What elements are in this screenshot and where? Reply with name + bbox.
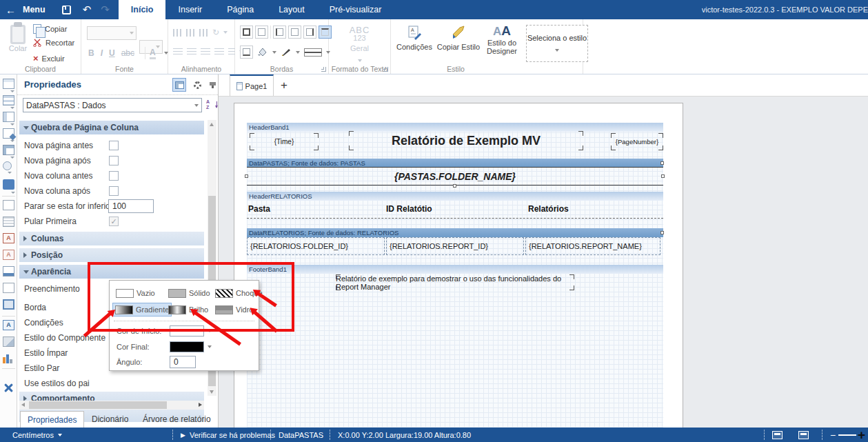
tab-layout[interactable]: Layout [266,0,317,19]
text-align-left-icon[interactable] [173,48,183,55]
zoom-in-button[interactable]: + [858,428,865,442]
chevron-down-icon[interactable] [208,345,212,348]
scroll-right-icon[interactable] [199,403,202,407]
tool-data-band-icon[interactable] [3,95,14,106]
rotate-icon[interactable]: ↻ [212,28,219,37]
scroll-down-icon[interactable] [210,390,214,394]
border-left-icon[interactable] [273,26,286,39]
checkbox-pular-primeira[interactable] [109,217,119,226]
resize-handle[interactable] [661,174,665,178]
text-align-justify-icon[interactable] [214,48,224,55]
check-problems-button[interactable]: ▶Verificar se há problemas [181,428,275,442]
tool-text-lines-icon[interactable] [3,217,14,227]
scroll-left-icon[interactable] [21,403,25,407]
time-field[interactable]: {Time} [250,133,319,150]
section-posicao[interactable]: Posição [19,248,204,262]
style-gallery[interactable]: Seleciona o estilo [526,25,588,62]
units-selector[interactable]: Centímetros [12,428,62,442]
tab-pagina[interactable]: Página [214,0,266,19]
column-header-id-relatorio[interactable]: ID Relatótio [386,204,432,214]
underline-button[interactable]: U [109,48,115,58]
report-title-field[interactable]: Relatório de Exemplo MV [349,131,583,150]
checkbox-nova-pagina-apos[interactable] [109,156,119,165]
section-aparencia[interactable]: Aparência [19,265,204,279]
tool-panel-icon[interactable] [3,266,14,277]
panel-tab-propriedades[interactable]: Propriedades [20,411,84,428]
chevron-down-icon[interactable] [208,330,212,332]
resize-handle[interactable] [453,184,456,188]
border-all-icon[interactable] [240,26,253,39]
zoom-slider[interactable] [838,434,856,436]
paste-button[interactable]: Colar [6,25,30,52]
scroll-up-icon[interactable] [210,123,214,126]
fill-option-gradiente[interactable]: Gradiente [112,303,172,317]
tool-text-annotation-icon[interactable]: A [3,250,14,260]
fill-option-vazio[interactable]: Vazio [114,286,157,300]
tool-component-icon[interactable] [3,179,14,190]
folder-id-cell[interactable]: {RELATORIOS.FOLDER_ID} [247,237,385,255]
fill-bucket-icon[interactable] [257,47,268,57]
tool-sub-report-icon[interactable] [3,128,14,139]
fill-option-vidro[interactable]: Vidro [213,303,255,317]
tool-services-icon[interactable] [3,383,14,393]
horizontal-scrollbar[interactable] [19,401,204,410]
tool-rich-text-icon[interactable]: A [3,233,14,243]
delete-button[interactable]: ×Excluir [33,53,65,63]
angle-input[interactable]: 0 [170,356,196,368]
chevron-down-icon[interactable] [296,51,300,54]
page-number-field[interactable]: {PageNumber} [611,133,663,150]
checkbox-nova-coluna-apos[interactable] [109,186,119,196]
tool-text-block-icon[interactable]: A [3,320,14,330]
font-family-select[interactable] [87,26,137,40]
zoom-out-button[interactable]: − [830,428,836,442]
border-right-icon[interactable] [303,26,316,39]
end-color-swatch[interactable] [170,341,204,352]
text-align-right-icon[interactable] [201,48,210,55]
strikethrough-button[interactable]: abc [121,48,134,58]
bold-button[interactable]: B [88,48,94,58]
back-icon[interactable]: ← [6,4,16,16]
column-header-relatorios[interactable]: Relatórios [528,204,569,214]
tab-inicio[interactable]: Início [119,0,166,19]
designer-style-button[interactable]: AA Estilo do Designer [483,23,521,55]
section-page-break[interactable]: Quebra de Página e Coluna [19,121,204,134]
copy-button[interactable]: Copiar [33,24,67,34]
chevron-down-icon[interactable] [272,51,276,54]
resize-handle[interactable] [660,231,664,234]
tool-rectangle-icon[interactable] [3,283,14,293]
folder-name-field[interactable]: {PASTAS.FOLDER_NAME} [247,167,663,185]
redo-icon[interactable]: ↷ [101,3,110,16]
save-icon[interactable] [62,6,71,14]
tool-clone-icon[interactable] [3,161,12,170]
tab-previsualizar[interactable]: Pré-visualizar [317,0,394,19]
column-header-pasta[interactable]: Pasta [248,204,270,214]
tool-frame-icon[interactable] [3,299,14,310]
sort-az-icon[interactable] [206,99,217,112]
panel-tab-dicionario[interactable]: Dicionário [85,411,135,428]
page-view-button[interactable] [772,428,783,442]
checkbox-nova-coluna-antes[interactable] [109,171,119,181]
menu-button[interactable]: Menu [23,5,46,14]
panel-tab-arvore[interactable]: Árvore de relatório [136,411,218,428]
tool-cross-tab-icon[interactable] [3,145,14,155]
conditions-button[interactable]: A Condições [394,25,434,51]
checkbox-nova-pagina-antes[interactable] [109,141,119,150]
italic-button[interactable]: I [101,48,103,58]
font-color-button[interactable]: A [150,48,156,59]
start-color-swatch[interactable] [170,325,204,336]
undo-icon[interactable]: ↶ [83,3,92,16]
text-format-button[interactable]: ABC 123 Geral [329,25,390,65]
resize-handle[interactable] [245,174,248,178]
band-footer-strip[interactable]: FooterBand1 [247,265,663,274]
component-selector[interactable]: DataPASTAS : Dados [23,98,202,112]
line-color-icon[interactable] [281,48,292,57]
line-spacing-icon[interactable] [228,48,235,55]
border-none-icon[interactable] [288,26,301,39]
tool-child-band-icon[interactable] [3,112,14,122]
align-right-icon[interactable] [199,29,208,37]
footer-text-field[interactable]: Relatório de exemplo para demostrar o us… [336,274,574,290]
copy-style-button[interactable]: Copiar Estilo [436,25,481,51]
input-parar-inferior[interactable]: 100 [108,199,154,213]
band-datarelatorios-strip[interactable]: DataRELATORIOS; Fonte de dados: RELATORI… [247,228,663,237]
tool-image-icon[interactable] [3,336,14,347]
